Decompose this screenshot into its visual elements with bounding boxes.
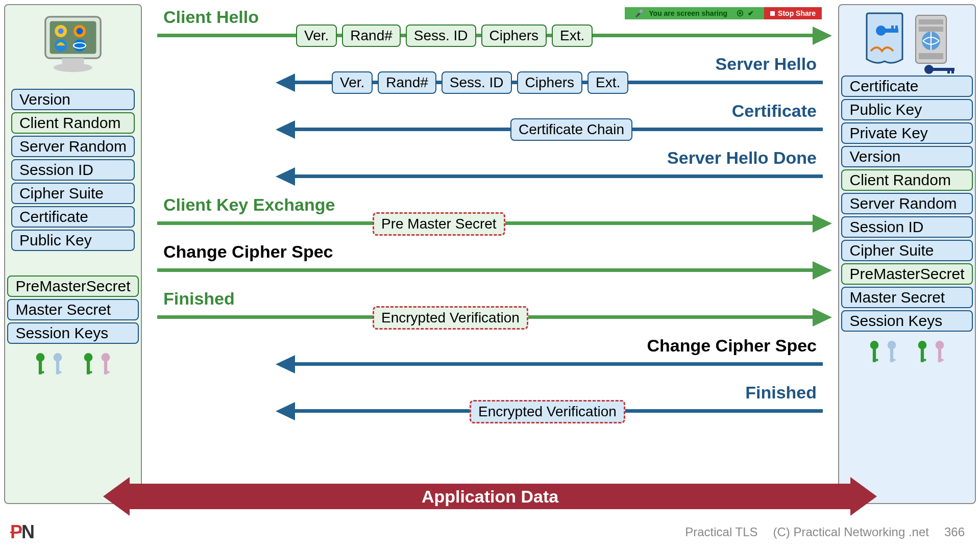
key-icon bbox=[916, 340, 929, 365]
tag-server-random: Server Random bbox=[11, 136, 135, 157]
tag-version: Version bbox=[11, 89, 135, 110]
arrow-line bbox=[291, 362, 823, 366]
svg-point-8 bbox=[55, 39, 67, 52]
key-icon bbox=[99, 352, 112, 378]
packet-ciphers: Ciphers bbox=[481, 24, 547, 47]
packet-sess-id: Sess. ID bbox=[442, 71, 512, 94]
flow-label: Change Cipher Spec bbox=[163, 242, 333, 262]
tag-cipher-suite: Cipher Suite bbox=[11, 183, 135, 204]
arrow-head-icon bbox=[813, 27, 832, 45]
svg-point-45 bbox=[936, 341, 944, 349]
flow-change-cipher-spec: Change Cipher Spec bbox=[153, 250, 827, 281]
tag-version: Version bbox=[841, 146, 972, 167]
arrow-head-icon bbox=[813, 261, 832, 280]
application-data-label: Application Data bbox=[422, 487, 558, 507]
share-text: You are screen sharing bbox=[649, 9, 727, 17]
tag-client-random: Client Random bbox=[11, 112, 135, 134]
packet-row: Ver.Rand#Sess. IDCiphersExt. bbox=[332, 71, 628, 94]
svg-rect-31 bbox=[919, 53, 943, 59]
arrow-head-icon bbox=[813, 214, 832, 233]
flow-certificate: CertificateCertificate Chain bbox=[153, 109, 827, 140]
server-panel: CertificatePublic KeyPrivate KeyVersionC… bbox=[838, 4, 976, 504]
client-computer-icon bbox=[40, 11, 106, 78]
tag-master-secret: Master Secret bbox=[7, 299, 138, 320]
tag-session-keys: Session Keys bbox=[7, 322, 138, 344]
stop-icon bbox=[770, 11, 775, 16]
svg-point-11 bbox=[36, 353, 45, 362]
packet-row: Encrypted Verification bbox=[470, 400, 625, 423]
key-icon bbox=[51, 352, 64, 378]
flow-change-cipher-spec: Change Cipher Spec bbox=[153, 344, 827, 374]
flow-label: Client Hello bbox=[163, 7, 259, 27]
arrow-head-icon bbox=[276, 355, 295, 373]
tag-server-random: Server Random bbox=[841, 193, 972, 214]
svg-rect-44 bbox=[921, 359, 926, 361]
arrow-head-icon bbox=[276, 402, 295, 420]
svg-rect-16 bbox=[56, 371, 61, 373]
svg-point-3 bbox=[54, 63, 92, 72]
share-status: 🎤 You are screen sharing ⦿ ✔ bbox=[625, 7, 764, 19]
svg-rect-13 bbox=[39, 371, 44, 373]
packet-row: Ver.Rand#Sess. IDCiphersExt. bbox=[296, 24, 593, 47]
flow-label: Client Key Exchange bbox=[163, 195, 335, 215]
footer-page: 366 bbox=[944, 525, 965, 539]
handshake-flows: Client HelloVer.Rand#Sess. IDCiphersExt.… bbox=[153, 15, 827, 438]
tag-private-key: Private Key bbox=[841, 122, 972, 144]
key-icon bbox=[868, 340, 881, 365]
flow-label: Certificate bbox=[732, 101, 817, 121]
client-panel: VersionClient RandomServer RandomSession… bbox=[4, 4, 142, 504]
application-data-bar: Application Data bbox=[128, 484, 852, 509]
svg-rect-22 bbox=[104, 371, 109, 373]
packet-ciphers: Ciphers bbox=[517, 71, 582, 94]
tag-session-id: Session ID bbox=[11, 159, 135, 181]
tag-session-id: Session ID bbox=[841, 216, 972, 238]
flow-client-hello: Client HelloVer.Rand#Sess. IDCiphersExt. bbox=[153, 15, 827, 46]
tag-cipher-suite: Cipher Suite bbox=[841, 240, 972, 261]
packet-row: Certificate Chain bbox=[510, 118, 632, 141]
packet-encrypted-verification: Encrypted Verification bbox=[373, 306, 528, 330]
tag-premastersecret: PreMasterSecret bbox=[841, 263, 972, 285]
packet-row: Encrypted Verification bbox=[373, 306, 528, 330]
packet-certificate-chain: Certificate Chain bbox=[510, 118, 632, 141]
arrow-line bbox=[157, 268, 817, 272]
server-icons bbox=[862, 11, 952, 67]
flow-label: Finished bbox=[745, 383, 817, 403]
svg-point-32 bbox=[924, 65, 934, 74]
svg-rect-38 bbox=[873, 359, 878, 361]
arrow-head-icon bbox=[276, 167, 295, 186]
tag-premastersecret: PreMasterSecret bbox=[7, 276, 138, 297]
check-icon[interactable]: ✔ bbox=[748, 9, 754, 17]
stop-share-button[interactable]: Stop Share bbox=[764, 7, 822, 19]
svg-rect-25 bbox=[891, 26, 894, 30]
svg-rect-41 bbox=[890, 359, 895, 361]
svg-rect-33 bbox=[933, 68, 954, 71]
tag-session-keys: Session Keys bbox=[841, 310, 972, 332]
packet-pre-master-secret: Pre Master Secret bbox=[373, 212, 505, 236]
key-icon bbox=[885, 340, 898, 365]
tag-public-key: Public Key bbox=[841, 99, 972, 120]
private-key-icon bbox=[923, 63, 959, 76]
tag-master-secret: Master Secret bbox=[841, 287, 972, 308]
packet-encrypted-verification: Encrypted Verification bbox=[470, 400, 625, 423]
tag-certificate: Certificate bbox=[11, 206, 135, 228]
double-arrow-right-icon bbox=[850, 477, 877, 516]
pause-icon[interactable]: ⦿ bbox=[737, 9, 744, 17]
packet-ver-: Ver. bbox=[332, 71, 373, 94]
double-arrow-left-icon bbox=[103, 477, 130, 516]
server-keys-row bbox=[868, 340, 946, 365]
tag-client-random: Client Random bbox=[841, 169, 972, 191]
footer-copyright: (C) Practical Networking .net bbox=[773, 525, 929, 539]
flow-finished: FinishedEncrypted Verification bbox=[153, 391, 827, 421]
svg-rect-28 bbox=[919, 19, 943, 24]
packet-ver-: Ver. bbox=[296, 24, 337, 47]
flow-client-key-exchange: Client Key ExchangePre Master Secret bbox=[153, 203, 827, 234]
packet-rand-: Rand# bbox=[378, 71, 436, 94]
svg-point-7 bbox=[77, 28, 83, 35]
key-icon bbox=[34, 352, 47, 378]
flow-label: Change Cipher Spec bbox=[647, 336, 817, 356]
arrow-head-icon bbox=[276, 120, 295, 139]
client-keys-row bbox=[34, 352, 112, 378]
brand-logo: PN bbox=[10, 521, 34, 543]
key-icon bbox=[933, 340, 946, 365]
screen-share-bar: 🎤 You are screen sharing ⦿ ✔ Stop Share bbox=[625, 7, 822, 20]
